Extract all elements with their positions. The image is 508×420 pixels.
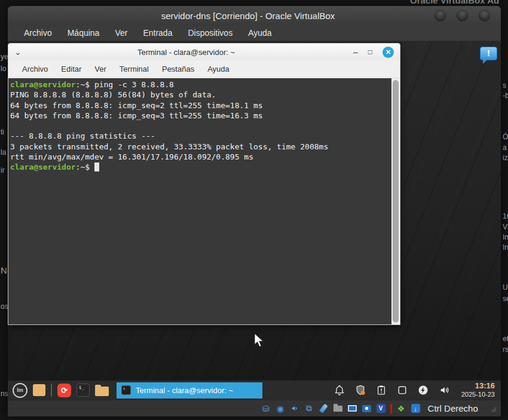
edge-fragment: In (503, 233, 508, 241)
vbox-window-title: servidor-dns [Corriendo] - Oracle Virtua… (8, 11, 434, 21)
edge-fragment: -b (503, 91, 508, 100)
terminal-window-controls: – □ ✕ (340, 47, 394, 58)
virtualbox-vm-window: servidor-dns [Corriendo] - Oracle Virtua… (8, 6, 501, 416)
close-button[interactable]: ✕ (382, 47, 394, 58)
features-icon[interactable]: V (376, 403, 386, 413)
close-button[interactable] (479, 10, 490, 22)
guest-desktop: ! ⌄ Terminal - clara@servidor: ~ – □ ✕ A… (8, 41, 501, 400)
clock-date: 2025-10-23 (461, 391, 495, 398)
menu-ver[interactable]: Ver (107, 26, 135, 41)
file-manager-launcher-icon[interactable] (95, 387, 109, 396)
terminal-line: rtt min/avg/max/mdev = 16.301/17.196/18.… (10, 152, 391, 162)
audio-icon[interactable] (290, 403, 300, 413)
menu-archivo[interactable]: Archivo (16, 26, 60, 41)
edge-fragment: ir (1, 166, 5, 174)
edge-fragment: In (503, 243, 508, 252)
edge-fragment: lo (1, 65, 6, 73)
edge-fragment: ye (1, 53, 8, 61)
red-app-launcher-icon[interactable]: ⟳ (57, 384, 71, 397)
system-tray (333, 384, 451, 396)
vbox-titlebar[interactable]: servidor-dns [Corriendo] - Oracle Virtua… (8, 6, 501, 26)
terminal-line: PING 8.8.8.8 (8.8.8.8) 56(84) bytes of d… (10, 90, 391, 100)
terminal-launcher-icon[interactable]: $_ (76, 384, 90, 397)
menu-pestanas[interactable]: Pestañas (155, 60, 201, 78)
edge-fragment: VI (503, 223, 508, 231)
task-button-label: Terminal - clara@servidor: ~ (136, 386, 233, 395)
maximize-button[interactable] (457, 10, 468, 22)
terminal-line: clara@servidor:~$ ping -c 3 8.8.8.8 (10, 79, 391, 90)
terminal-window: ⌄ Terminal - clara@servidor: ~ – □ ✕ Arc… (8, 43, 400, 325)
notifications-bell-icon[interactable] (333, 384, 345, 396)
removable-media-icon[interactable] (396, 384, 408, 396)
terminal-line: 64 bytes from 8.8.8.8: icmp_seq=3 ttl=25… (10, 111, 391, 121)
minimize-button[interactable] (434, 10, 446, 22)
edge-fragment: N (1, 265, 7, 275)
menu-ayuda[interactable]: Ayuda (240, 26, 279, 41)
update-shield-icon[interactable] (354, 384, 366, 396)
edge-fragment: 16 (503, 212, 508, 220)
menu-terminal[interactable]: Terminal (113, 60, 155, 78)
terminal-line: 3 packets transmitted, 2 received, 33.33… (10, 142, 391, 152)
menu-ver[interactable]: Ver (88, 60, 113, 78)
background-window-title: Oracle VirtualBox Ad (410, 0, 508, 5)
edge-fragment: rs (503, 345, 508, 354)
taskbar-task-terminal[interactable]: $_ Terminal - clara@servidor: ~ (117, 382, 262, 398)
terminal-body[interactable]: clara@servidor:~$ ping -c 3 8.8.8.8PING … (8, 78, 400, 324)
clock-time: 13:16 (461, 382, 495, 391)
reports-clipboard-icon[interactable] (375, 384, 387, 396)
menu-maquina[interactable]: Máquina (60, 26, 108, 41)
keyboard-capture-icon[interactable]: ↓ (411, 403, 421, 413)
notification-bubble-icon[interactable]: ! (480, 47, 497, 60)
menu-editar[interactable]: Editar (54, 60, 88, 78)
resize-grip[interactable]: ◢ (491, 404, 496, 413)
status-separator (390, 404, 392, 413)
host-key-label: Ctrl Derecho (428, 403, 478, 413)
volume-icon[interactable] (438, 384, 451, 396)
shared-folders-icon[interactable] (333, 403, 343, 413)
vbox-menubar: Archivo Máquina Ver Entrada Dispositivos… (8, 26, 501, 41)
vbox-statusbar: ⛁ ◉ ⧉ V ❖ ↓ Ctrl Derecho ◢ (8, 400, 501, 416)
edge-fragment: os (1, 302, 8, 311)
edge-fragment: et (503, 335, 508, 343)
optical-disc-icon[interactable]: ◉ (276, 403, 286, 413)
vbox-window-controls (434, 10, 501, 22)
terminal-line: --- 8.8.8.8 ping statistics --- (10, 131, 391, 141)
terminal-line (10, 121, 391, 131)
maximize-button[interactable]: □ (368, 48, 372, 56)
guest-taskbar: lm ⟳ $_ $_ Terminal - clara@servidor: ~ (8, 380, 501, 400)
edge-fragment: la (1, 148, 6, 157)
mint-menu-button[interactable]: lm (13, 383, 27, 398)
terminal-title: Terminal - clara@servidor: ~ (32, 48, 340, 57)
edge-fragment: U (503, 283, 508, 292)
power-manager-icon[interactable] (417, 384, 429, 396)
taskbar-clock[interactable]: 13:16 2025-10-23 (461, 382, 495, 398)
scrollbar-thumb[interactable] (393, 80, 399, 323)
minimize-button[interactable]: – (353, 49, 358, 55)
edge-fragment: ns (1, 390, 8, 398)
terminal-icon: $_ (121, 385, 131, 395)
terminal-titlebar[interactable]: ⌄ Terminal - clara@servidor: ~ – □ ✕ (8, 44, 400, 60)
hard-disk-icon[interactable]: ⛁ (261, 403, 271, 413)
chevron-down-icon[interactable]: ⌄ (14, 47, 32, 57)
menu-dispositivos[interactable]: Dispositivos (180, 26, 240, 41)
usb-icon[interactable] (319, 403, 329, 413)
terminal-line: 64 bytes from 8.8.8.8: icmp_seq=2 ttl=25… (10, 100, 391, 111)
recording-icon[interactable] (362, 403, 372, 413)
menu-archivo[interactable]: Archivo (16, 60, 54, 78)
terminal-menubar: Archivo Editar Ver Terminal Pestañas Ayu… (8, 60, 400, 78)
scrollbar[interactable] (391, 78, 400, 324)
edge-fragment: a (503, 143, 507, 152)
display-icon[interactable] (347, 403, 357, 413)
menu-ayuda[interactable]: Ayuda (201, 60, 236, 78)
edge-fragment: se (503, 295, 508, 303)
mouse-cursor (253, 332, 265, 351)
taskbar-separator (51, 384, 52, 397)
show-desktop-button[interactable] (33, 384, 45, 396)
network-icon[interactable]: ⧉ (304, 403, 314, 413)
terminal-line: clara@servidor:~$ (10, 162, 391, 172)
edge-fragment: ti (1, 128, 4, 136)
mouse-integration-icon[interactable]: ❖ (396, 403, 406, 413)
menu-entrada[interactable]: Entrada (135, 26, 180, 41)
terminal-output[interactable]: clara@servidor:~$ ping -c 3 8.8.8.8PING … (8, 78, 391, 324)
edge-fragment: iz (503, 154, 508, 162)
